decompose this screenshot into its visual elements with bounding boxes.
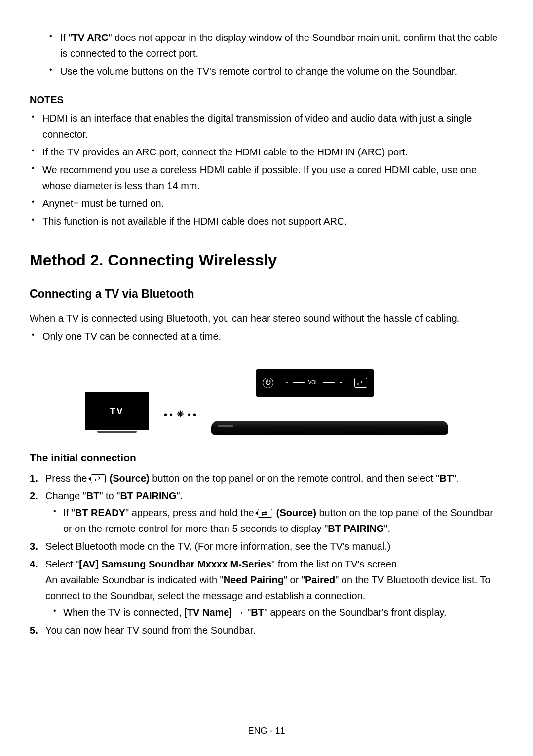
text: If " [60,32,72,43]
sub-bullet-list: When the TV is connected, [TV Name] → "B… [45,605,503,620]
bluetooth-signal-icon: •• ⁕ •• [164,404,196,425]
connection-diagram: TV •• ⁕ •• ⏻ − VOL. + [30,351,503,435]
list-item: If "BT READY" appears, press and hold th… [63,505,503,536]
tv-stand [97,431,137,433]
power-button-icon: ⏻ [263,378,273,388]
source-button-icon [354,378,367,388]
top-bullet-list: If "TV ARC" does not appear in the displ… [30,30,503,79]
text: " appears, press and hold the [125,507,257,518]
list-item: If the TV provides an ARC port, connect … [42,144,503,160]
sub-bullet-list: If "BT READY" appears, press and hold th… [45,505,503,536]
page-footer: ENG - 11 [0,726,533,736]
text: ". [176,491,183,501]
text-bold: BT PAIRING [328,523,384,534]
list-item: This function is not available if the HD… [42,213,503,229]
text: ". [384,523,390,534]
text: ". [453,473,459,484]
text-bold: Paired [305,574,335,585]
text: " does not appear in the display window … [60,32,497,59]
text: When the TV is connected, [ [63,607,187,618]
list-item: HDMI is an interface that enables the di… [42,111,503,142]
single-bullet-list: Only one TV can be connected at a time. [30,328,503,344]
minus-icon: − [286,379,289,387]
plus-icon: + [339,379,342,387]
text: If " [63,507,75,518]
text: " appears on the Soundbar's front displa… [264,607,447,618]
text-bold: BT READY [75,507,125,518]
text: " or " [284,574,305,585]
text-bold: BT [86,491,100,501]
text: Change " [45,491,86,501]
text: Select " [45,559,79,569]
dot: • [193,407,196,422]
step-item: Press the (Source) button on the top pan… [45,470,503,486]
list-item: Use the volume buttons on the TV's remot… [60,63,503,79]
source-icon [258,509,272,518]
text: " to " [99,491,120,501]
vol-label: VOL. [308,379,320,387]
step-item: Select Bluetooth mode on the TV. (For mo… [45,538,503,554]
text-bold: [AV] Samsung Soundbar Mxxxx M-Series [79,559,271,569]
step-item: You can now hear TV sound from the Sound… [45,622,503,638]
list-item: Anynet+ must be turned on. [42,195,503,211]
text-bold: BT [439,473,453,484]
method-title: Method 2. Connecting Wirelessly [30,248,503,273]
initial-connection-heading: The initial connection [30,450,503,466]
notes-heading: NOTES [30,92,503,108]
vol-line [323,382,335,383]
text: " from the list on TV's screen. [271,559,400,569]
volume-section: − VOL. + [286,379,342,387]
intro-text: When a TV is connected using Bluetooth, … [30,310,503,326]
list-item: Only one TV can be connected at a time. [42,328,503,344]
source-icon [91,474,106,483]
text-bold: (Source) [107,473,150,484]
vol-line [293,382,305,383]
dot: • [164,407,167,422]
remote-control-illustration: ⏻ − VOL. + [256,369,374,397]
tv-screen: TV [85,392,149,430]
text-bold: BT PAIRING [120,491,176,501]
notes-list: HDMI is an interface that enables the di… [30,111,503,229]
dot: • [169,407,173,422]
list-item: When the TV is connected, [TV Name] → "B… [63,605,503,620]
list-item: We recommend you use a coreless HDMI cab… [42,162,503,193]
bluetooth-icon: ⁕ [175,404,186,425]
text: Press the [45,473,90,484]
sub-heading: Connecting a TV via Bluetooth [30,285,194,304]
text-bold: Need Pairing [224,574,284,585]
text-bold: TV Name [187,607,229,618]
tv-illustration: TV [85,392,149,433]
soundbar-illustration [211,421,448,435]
text-bold: TV ARC [72,32,109,43]
step-item: Change "BT" to "BT PAIRING". If "BT READ… [45,488,503,536]
list-item: If "TV ARC" does not appear in the displ… [60,30,503,61]
text: ] → " [229,607,251,618]
text: button on the top panel or on the remote… [150,473,440,484]
steps-list: Press the (Source) button on the top pan… [30,470,503,638]
text: An available Soundbar is indicated with … [45,574,224,585]
pointer-line [340,397,340,421]
text-bold: (Source) [273,507,316,518]
text-bold: BT [251,607,264,618]
remote-soundbar-group: ⏻ − VOL. + [211,369,448,435]
step-item: Select "[AV] Samsung Soundbar Mxxxx M-Se… [45,556,503,620]
dot: • [188,407,191,422]
